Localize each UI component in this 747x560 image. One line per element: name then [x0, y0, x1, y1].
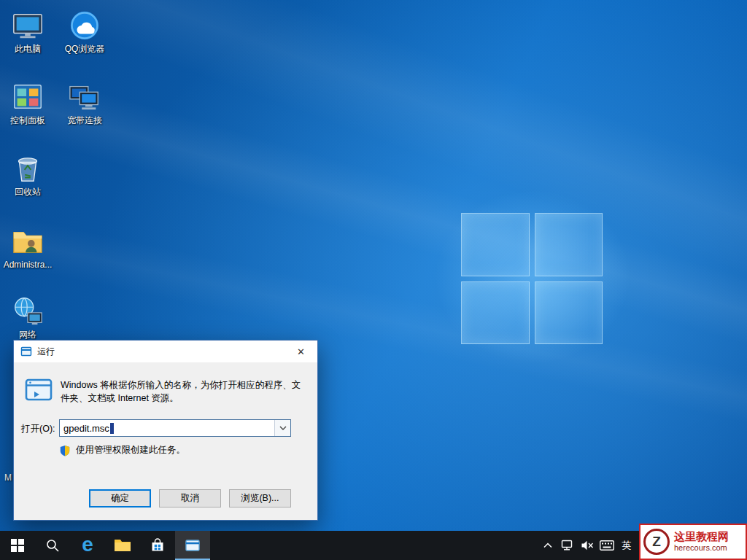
run-dialog: 运行 ✕ Windows 将根据你所输入的名称，为你打开相应的程序、文件夹、文档…	[13, 340, 318, 521]
volume-button[interactable]	[578, 531, 597, 560]
windows-start-icon	[11, 539, 24, 552]
run-window-icon	[185, 537, 201, 553]
watermark-text: 这里教程网 herecours.com	[674, 530, 729, 553]
windows-logo-pane	[461, 213, 530, 276]
ime-language-label: 英	[622, 539, 632, 552]
desktop-icon-qq-browser[interactable]: QQ浏览器	[57, 9, 112, 55]
desktop-icon-label: 网络	[0, 330, 55, 341]
dialog-title: 运行	[37, 346, 55, 358]
close-icon[interactable]: ✕	[285, 341, 317, 362]
start-button[interactable]	[0, 531, 35, 560]
store-bag-icon	[150, 538, 165, 553]
dialog-buttons: 确定 取消 浏览(B)...	[14, 489, 291, 508]
windows-logo-pane	[535, 213, 603, 276]
desktop-icon-broadband[interactable]: 宽带连接	[57, 80, 112, 126]
desktop-icon-label: QQ浏览器	[57, 44, 112, 55]
text-caret	[110, 423, 114, 434]
run-description: Windows 将根据你所输入的名称，为你打开相应的程序、文件夹、文档或 Int…	[61, 378, 304, 405]
tray-expand-button[interactable]	[538, 531, 557, 560]
windows-logo-pane	[535, 281, 603, 345]
edge-browser-button[interactable]: e	[70, 531, 105, 560]
recycle-bin-icon	[11, 152, 44, 185]
file-explorer-button[interactable]	[105, 531, 140, 560]
windows-logo	[461, 213, 603, 344]
watermark: Z 这里教程网 herecours.com	[639, 524, 747, 560]
broadband-connection-icon	[68, 80, 101, 114]
run-window-icon	[20, 346, 32, 357]
taskbar: e	[0, 531, 747, 560]
qq-browser-icon	[68, 9, 101, 42]
partial-icon-label: M	[4, 472, 12, 483]
desktop-icon-label: 此电脑	[0, 44, 55, 55]
network-ethernet-icon	[561, 540, 574, 551]
network-status-button[interactable]	[558, 531, 577, 560]
windows-logo-pane	[461, 281, 530, 345]
admin-note: 使用管理权限创建此任务。	[76, 444, 185, 456]
desktop-icon-user-folder[interactable]: Administra...	[0, 225, 55, 271]
run-dialog-taskbar-button[interactable]	[175, 531, 210, 560]
folder-icon	[114, 538, 131, 553]
desktop-screen: 此电脑 QQ浏览器 控制面板	[0, 0, 747, 560]
control-panel-icon	[11, 80, 44, 114]
chevron-up-icon	[543, 542, 552, 548]
keyboard-icon	[600, 540, 614, 551]
desktop-icon-control-panel[interactable]: 控制面板	[0, 80, 55, 126]
desktop-icon-network[interactable]: 网络	[0, 295, 55, 341]
desktop-icon-this-pc[interactable]: 此电脑	[0, 9, 55, 55]
run-input[interactable]: gpedit.msc	[59, 419, 291, 437]
open-label: 打开(O):	[21, 423, 55, 435]
taskbar-app-icons: e	[0, 531, 210, 560]
admin-note-row: 使用管理权限创建此任务。	[59, 444, 185, 456]
touch-keyboard-button[interactable]	[597, 531, 616, 560]
cancel-button[interactable]: 取消	[159, 489, 221, 508]
microsoft-store-button[interactable]	[140, 531, 175, 560]
desktop-icon-label: 回收站	[0, 187, 55, 198]
desktop-icon-label: 宽带连接	[57, 116, 112, 126]
network-icon	[11, 295, 44, 328]
desktop-icon-label: 控制面板	[0, 116, 55, 126]
dropdown-arrow-icon[interactable]	[274, 420, 290, 436]
ok-button[interactable]: 确定	[89, 489, 151, 508]
uac-shield-icon	[59, 445, 71, 456]
volume-muted-icon	[581, 540, 594, 551]
ime-indicator[interactable]: 英	[617, 531, 636, 560]
watermark-logo: Z	[643, 529, 670, 555]
search-icon	[45, 538, 60, 553]
desktop-icon-recycle-bin[interactable]: 回收站	[0, 152, 55, 198]
browse-button[interactable]: 浏览(B)...	[229, 489, 291, 508]
watermark-site-name: 这里教程网	[674, 530, 729, 543]
edge-icon: e	[82, 534, 93, 555]
run-icon	[24, 376, 53, 407]
watermark-site-url: herecours.com	[674, 543, 729, 553]
user-folder-icon	[11, 225, 44, 258]
this-pc-icon	[11, 9, 44, 42]
search-button[interactable]	[35, 531, 70, 560]
dialog-titlebar[interactable]: 运行 ✕	[14, 341, 317, 362]
run-input-value[interactable]: gpedit.msc	[63, 423, 109, 434]
desktop-icon-label: Administra...	[0, 260, 55, 271]
